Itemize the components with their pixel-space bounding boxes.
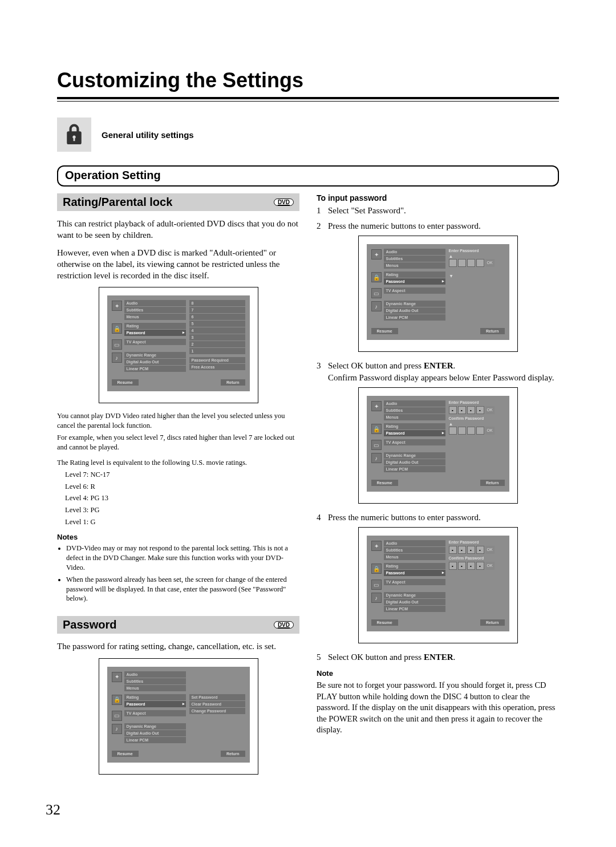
pw-cell-filled: • <box>476 562 484 570</box>
section-title: Operation Setting <box>65 169 551 182</box>
pw-ok: OK <box>485 406 495 414</box>
pw-ok: OK <box>485 562 495 570</box>
osd-level: 6 <box>189 314 245 320</box>
osd-return: Return <box>221 751 245 757</box>
step-2: 2Press the numeric buttons to enter pass… <box>317 220 559 232</box>
pw-cell-filled: • <box>449 406 457 414</box>
step-3a: Select OK button and press <box>328 361 424 370</box>
step-5-text: Select OK button and press ENTER. <box>328 651 455 663</box>
osd-item: Subtitles <box>124 678 186 684</box>
osd-item: TV Aspect <box>124 710 186 716</box>
pw-cell <box>449 427 457 435</box>
lock-small-icon: 🔒 <box>371 564 382 574</box>
level-6: Level 6: R <box>65 482 299 492</box>
osd-item: Linear PCM <box>384 606 445 612</box>
notes-list: DVD-Video may or may not respond to the … <box>57 544 299 603</box>
step-2-text: Press the numeric buttons to enter passw… <box>328 220 481 232</box>
dvd-badge-icon: DVD <box>274 198 294 206</box>
speaker-icon: ♪ <box>371 593 382 603</box>
osd-item: Subtitles <box>384 407 445 414</box>
osd-resume: Resume <box>371 619 398 626</box>
osd-item: TV Aspect <box>124 339 186 345</box>
osd-item: Menus <box>124 314 186 320</box>
osd-item: Menus <box>384 262 445 269</box>
note-item: When the password already has been set, … <box>66 575 299 604</box>
tv-icon: ▭ <box>112 711 122 721</box>
osd-item: Audio <box>384 249 445 255</box>
speaker-icon: ♪ <box>112 352 122 363</box>
osd-item: Dynamic Range <box>124 723 186 730</box>
osd-pw-opt: Clear Password <box>189 701 245 707</box>
globe-icon: ✦ <box>371 541 382 551</box>
osd-item: Audio <box>124 671 186 678</box>
osd-item: Linear PCM <box>124 366 186 372</box>
rating-title: Rating/Parental lock <box>63 196 172 209</box>
subtitle: General utility settings <box>102 130 194 140</box>
enter-pw-label: Enter Password <box>449 540 505 544</box>
osd-confirm-pw-screenshot: ✦ Audio Subtitles Menus 🔒 Rating Passwor… <box>358 387 518 504</box>
osd-item: Digital Audio Out <box>124 730 186 736</box>
pw-cell-filled: • <box>467 562 475 570</box>
osd-level: 2 <box>189 341 245 347</box>
lock-icon <box>57 117 91 152</box>
speaker-icon: ♪ <box>371 301 382 311</box>
header-row: General utility settings <box>57 117 559 152</box>
step-4: 4Press the numeric buttons to enter pass… <box>317 512 559 524</box>
osd-item: TV Aspect <box>384 287 445 294</box>
osd-resume: Resume <box>371 328 398 334</box>
osd-item-selected: Password <box>384 430 445 436</box>
arrow-up-icon: ▲ <box>449 254 505 259</box>
osd-pw-opt: Change Password <box>189 708 245 714</box>
pw-cell-filled: • <box>458 562 466 570</box>
dvd-badge-icon: DVD <box>274 621 294 629</box>
pw-cell-filled: • <box>458 406 466 414</box>
rating-p3: You cannot play DVD Video rated higher t… <box>57 411 299 431</box>
pw-cell-filled: • <box>476 406 484 414</box>
osd-item: Rating <box>384 271 445 278</box>
osd-item: Digital Audio Out <box>384 459 445 465</box>
speaker-icon: ♪ <box>112 724 122 734</box>
osd-pw-opt: Set Password <box>189 694 245 700</box>
osd-level: 4 <box>189 327 245 334</box>
osd-item: TV Aspect <box>384 579 445 585</box>
osd-level: 5 <box>189 321 245 327</box>
osd-item: Audio <box>124 300 186 306</box>
step-3c: . <box>453 361 456 370</box>
osd-item: Rating <box>384 563 445 569</box>
pw-cell <box>476 259 484 267</box>
osd-item: Digital Audio Out <box>124 359 186 365</box>
step-5c: . <box>453 653 456 662</box>
page-title: Customizing the Settings <box>57 68 559 92</box>
note-text: Be sure not to forget your password. If … <box>317 680 559 736</box>
tv-icon: ▭ <box>371 579 382 590</box>
osd-extra: Password Required <box>189 357 245 363</box>
enter-pw-label: Enter Password <box>449 249 505 253</box>
step-1: 1Select "Set Password". <box>317 205 559 217</box>
note-item: DVD-Video may or may not respond to the … <box>66 544 299 573</box>
section-box: Operation Setting <box>57 165 559 187</box>
osd-return: Return <box>221 379 245 386</box>
rating-p5: The Rating level is equivalent to the fo… <box>57 458 299 468</box>
pw-cell-filled: • <box>467 406 475 414</box>
globe-icon: ✦ <box>112 672 122 682</box>
pw-cell <box>458 427 466 435</box>
osd-return: Return <box>480 328 505 334</box>
globe-icon: ✦ <box>371 401 382 411</box>
osd-item: Subtitles <box>384 256 445 262</box>
osd-item: Digital Audio Out <box>384 307 445 314</box>
osd-level: 1 <box>189 348 245 354</box>
lock-small-icon: 🔒 <box>112 323 122 334</box>
osd-item: Rating <box>384 423 445 429</box>
tv-icon: ▭ <box>371 288 382 298</box>
lock-small-icon: 🔒 <box>371 424 382 434</box>
osd-item: Audio <box>384 540 445 546</box>
enter-pw-label: Enter Password <box>449 400 505 404</box>
page-number: 32 <box>46 801 60 818</box>
osd-level: 7 <box>189 307 245 313</box>
osd-item: Menus <box>124 685 186 691</box>
osd-item: Linear PCM <box>384 466 445 472</box>
step-3: 3 Select OK button and press ENTER. Conf… <box>317 360 559 384</box>
pw-cell-filled: • <box>458 546 466 554</box>
osd-item: Dynamic Range <box>384 592 445 598</box>
pw-cell-filled: • <box>449 562 457 570</box>
